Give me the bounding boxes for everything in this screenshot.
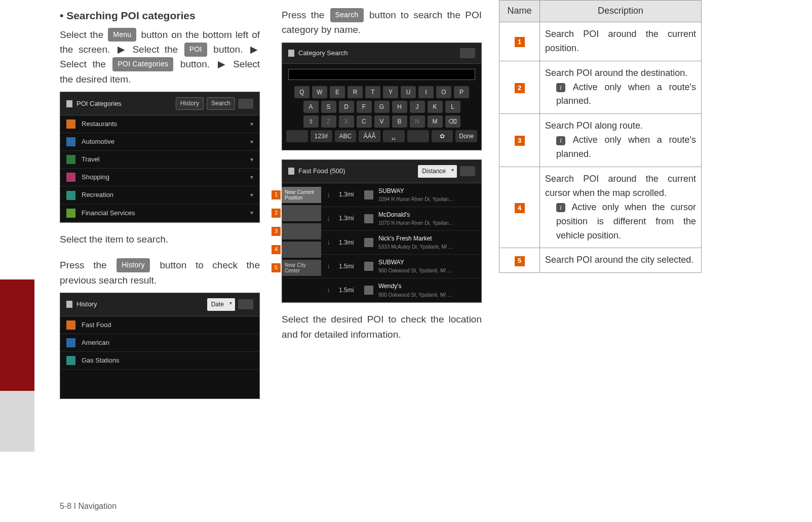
bullet-icon: • bbox=[60, 10, 66, 21]
keyboard-key[interactable]: F bbox=[357, 101, 372, 113]
side-gray-tab bbox=[0, 391, 34, 452]
keyboard-key[interactable]: G bbox=[374, 101, 390, 113]
callout-number: 2 bbox=[272, 209, 281, 218]
result-address: 5333 McAuley Dr, Ypsilanti, MI … bbox=[378, 243, 453, 251]
search-input[interactable] bbox=[288, 69, 475, 80]
callout-number: 4 bbox=[272, 245, 281, 254]
callout-number: 3 bbox=[515, 136, 525, 146]
keyboard-key[interactable]: ␣ bbox=[383, 130, 405, 142]
table-desc-cell: Search POI around the destination.i Acti… bbox=[540, 61, 702, 114]
keyboard-key[interactable]: X bbox=[339, 115, 354, 128]
history-label: Fast Food bbox=[82, 320, 111, 330]
keyboard-key[interactable]: B bbox=[392, 115, 407, 128]
keyboard-key[interactable]: K bbox=[428, 101, 443, 113]
keyboard-key[interactable]: ✿ bbox=[432, 130, 453, 142]
callout-tab: 3 bbox=[272, 222, 321, 240]
keyboard-key[interactable]: Q bbox=[294, 86, 310, 98]
screenshot-header: History Date bbox=[60, 293, 259, 316]
result-row[interactable]: ↓1.5miWendy's900 Oakwood St, Ypsilanti, … bbox=[282, 278, 481, 302]
list-item[interactable]: Restaurants▾ bbox=[60, 115, 259, 133]
keyboard-key[interactable]: O bbox=[436, 86, 451, 98]
keyboard-key[interactable] bbox=[286, 130, 308, 142]
category-icon bbox=[66, 209, 75, 218]
keyboard-key[interactable]: M bbox=[428, 115, 443, 128]
callout-number: 4 bbox=[515, 203, 525, 213]
keyboard-key[interactable]: E bbox=[330, 86, 345, 98]
sort-dropdown[interactable]: Date bbox=[207, 298, 235, 311]
history-label: Gas Stations bbox=[82, 355, 119, 366]
keyboard-key[interactable]: V bbox=[374, 115, 390, 128]
sort-dropdown[interactable]: Distance bbox=[418, 165, 457, 178]
keyboard-key[interactable]: S bbox=[321, 101, 336, 113]
back-button[interactable] bbox=[238, 299, 253, 309]
keyboard-key[interactable]: H bbox=[392, 101, 407, 113]
table-desc-cell: Search POI along route.i Active only whe… bbox=[540, 114, 702, 167]
history-label: American bbox=[82, 338, 109, 348]
keyboard-key[interactable]: D bbox=[339, 101, 354, 113]
keyboard-key[interactable]: Y bbox=[383, 86, 398, 98]
keyboard-key[interactable]: R bbox=[347, 86, 363, 98]
screenshot-header: Category Search bbox=[282, 43, 481, 64]
keyboard-key[interactable]: Z bbox=[321, 115, 336, 128]
info-text: Active only when the cursor position is … bbox=[556, 202, 696, 240]
table-name-cell: 1 bbox=[499, 22, 540, 61]
back-button[interactable] bbox=[238, 99, 253, 109]
category-icon bbox=[66, 191, 75, 200]
list-item[interactable]: Gas Stations bbox=[60, 352, 259, 370]
keyboard-key[interactable]: A bbox=[303, 101, 319, 113]
keyboard-key[interactable]: 123# bbox=[311, 130, 332, 142]
poi-logo-icon bbox=[364, 286, 373, 295]
list-item[interactable]: Automotive▾ bbox=[60, 133, 259, 151]
result-distance: 1.3mi bbox=[339, 190, 359, 199]
info-icon: i bbox=[556, 136, 565, 145]
info-text: Active only when a route's planned. bbox=[556, 82, 696, 106]
keyboard-key[interactable]: ⇧ bbox=[303, 115, 319, 128]
heading-text: Searching POI categories bbox=[66, 10, 195, 21]
list-item[interactable]: Recreation▾ bbox=[60, 186, 259, 204]
direction-arrow-icon: ↓ bbox=[327, 285, 334, 296]
flag-icon bbox=[66, 100, 72, 107]
keyboard-key[interactable]: C bbox=[357, 115, 372, 128]
callout-label bbox=[282, 205, 321, 221]
chevron-down-icon: ▾ bbox=[250, 173, 253, 182]
category-label: Recreation bbox=[82, 190, 113, 200]
callout-number: 3 bbox=[272, 227, 281, 236]
back-button[interactable] bbox=[460, 166, 475, 176]
keyboard-key[interactable]: Done bbox=[455, 130, 477, 142]
keyboard-key[interactable]: ⌫ bbox=[445, 115, 460, 128]
list-item[interactable]: Travel▾ bbox=[60, 151, 259, 169]
list-item[interactable]: Fast Food bbox=[60, 316, 259, 334]
description-text: Search POI around the destination. bbox=[545, 68, 687, 78]
list-item[interactable]: American bbox=[60, 334, 259, 352]
keyboard-key[interactable] bbox=[407, 130, 429, 142]
poi-categories-button-chip: POI Categories bbox=[112, 57, 173, 71]
keyboard-key[interactable]: ÀÁÂ bbox=[359, 130, 380, 142]
instruction-paragraph-3: Press the Search button to search the PO… bbox=[282, 8, 482, 37]
list-item[interactable]: Shopping▾ bbox=[60, 169, 259, 186]
search-button[interactable]: Search bbox=[207, 97, 235, 110]
keyboard-key[interactable]: P bbox=[454, 86, 469, 98]
keyboard-key[interactable]: L bbox=[445, 101, 460, 113]
flag-icon bbox=[66, 301, 72, 308]
keyboard-row: 123#ABCÀÁÂ␣✿Done bbox=[286, 130, 477, 142]
poi-button-chip: POI bbox=[184, 43, 207, 57]
table-row: 4Search POI around the current cursor wh… bbox=[499, 167, 702, 248]
chevron-down-icon: ▾ bbox=[250, 137, 253, 147]
callout-label bbox=[282, 223, 321, 239]
keyboard-key[interactable]: U bbox=[401, 86, 416, 98]
history-button[interactable]: History bbox=[176, 97, 204, 110]
keyboard-key[interactable]: I bbox=[418, 86, 434, 98]
keyboard-key[interactable]: ABC bbox=[335, 130, 357, 142]
keyboard-key[interactable]: W bbox=[312, 86, 327, 98]
result-address: 900 Oakwood St, Ypsilanti, MI … bbox=[378, 291, 452, 299]
list-item[interactable]: Financial Services▾ bbox=[60, 205, 259, 222]
poi-logo-icon bbox=[364, 190, 373, 199]
keyboard-key[interactable]: T bbox=[365, 86, 380, 98]
category-icon bbox=[66, 338, 75, 347]
category-icon bbox=[66, 119, 75, 129]
keyboard-key[interactable]: J bbox=[410, 101, 425, 113]
keyboard-key[interactable]: N bbox=[410, 115, 425, 128]
arrow-icon: ▶ bbox=[250, 42, 258, 57]
back-button[interactable] bbox=[460, 48, 475, 58]
callout-tab: 5Near City Center bbox=[272, 259, 321, 277]
